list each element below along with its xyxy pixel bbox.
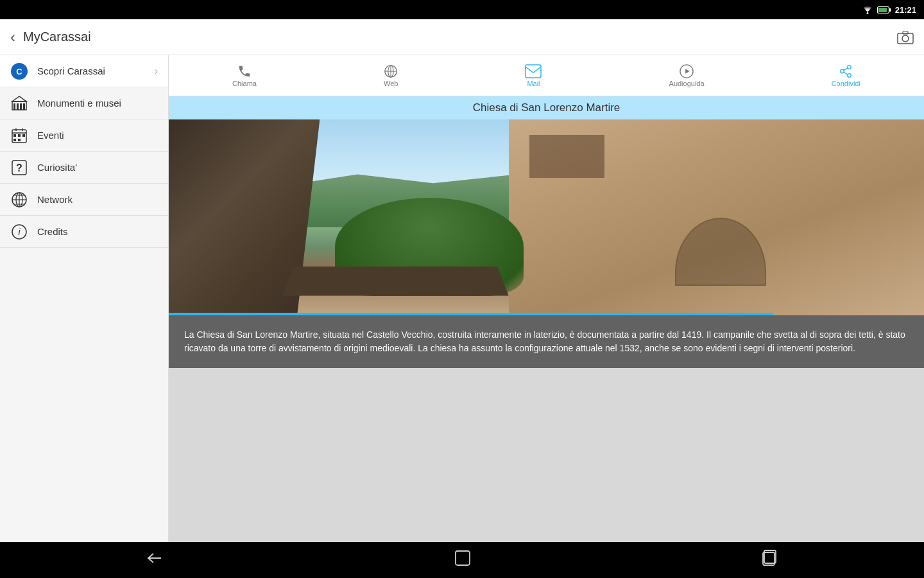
phone-icon — [237, 64, 252, 78]
main-content: Chiama Web Mail — [169, 55, 924, 542]
photo-area — [169, 119, 924, 315]
content-section: Chiesa di San Lorenzo Martire — [169, 96, 924, 542]
sidebar-item-eventi[interactable]: Eventi — [0, 119, 168, 152]
toolbar-label-web: Web — [384, 80, 398, 87]
svg-marker-40 — [685, 69, 689, 73]
camera-icon[interactable] — [897, 30, 914, 44]
building-arch — [675, 218, 766, 286]
museum-icon — [10, 94, 28, 112]
carassai-logo-icon: C — [10, 62, 28, 80]
battery-icon — [877, 6, 891, 14]
content-title: Chiesa di San Lorenzo Martire — [473, 101, 620, 114]
sidebar-item-credits[interactable]: i Credits — [0, 216, 168, 248]
content-row: C Scopri Carassai › — [0, 55, 924, 542]
toolbar-action-web[interactable]: Web — [371, 59, 411, 92]
globe-icon — [384, 64, 398, 78]
toolbar-action-condividi[interactable]: Condividi — [819, 59, 873, 92]
status-icons: 21:21 — [862, 5, 916, 15]
toolbar-label-condividi: Condividi — [832, 80, 860, 87]
svg-point-43 — [848, 73, 851, 77]
svg-rect-19 — [13, 134, 16, 137]
wifi-icon — [862, 5, 873, 14]
svg-rect-22 — [13, 139, 16, 141]
description-box: La Chiesa di San Lorenzo Martire, situat… — [169, 315, 924, 368]
shutters — [529, 135, 604, 178]
photo-progress — [169, 313, 773, 315]
status-bar: 21:21 — [0, 0, 924, 19]
svg-point-0 — [866, 12, 868, 14]
sidebar-item-curiosita[interactable]: ? Curiosita' — [0, 152, 168, 184]
sidebar-item-monumenti[interactable]: Monumenti e musei — [0, 87, 168, 119]
svg-rect-10 — [13, 103, 15, 110]
toolbar-label-chiama: Chiama — [232, 80, 257, 87]
sidebar-item-label-curiosita: Curiosita' — [37, 162, 158, 173]
svg-rect-38 — [526, 65, 541, 78]
toolbar-label-mail: Mail — [527, 80, 540, 87]
rest-area — [169, 368, 924, 542]
svg-rect-12 — [20, 103, 22, 110]
play-icon — [680, 64, 694, 78]
app-title: MyCarassai — [23, 30, 897, 44]
svg-line-45 — [844, 67, 848, 70]
share-icon — [839, 64, 853, 78]
svg-text:C: C — [16, 67, 22, 76]
app-container: ‹ MyCarassai C Scopri Carassai › — [0, 19, 924, 542]
bottom-nav — [0, 542, 924, 578]
svg-rect-21 — [22, 134, 25, 137]
sidebar-item-label-network: Network — [37, 194, 158, 205]
svg-rect-3 — [878, 8, 887, 12]
right-building — [509, 119, 924, 315]
svg-text:?: ? — [16, 162, 22, 173]
mail-icon — [525, 64, 542, 78]
sidebar-item-label-credits: Credits — [37, 226, 158, 237]
toolbar-label-audioguida: Audioguida — [669, 80, 705, 87]
network-icon — [10, 191, 28, 209]
sidebar-item-arrow-scopri: › — [155, 66, 158, 77]
nav-back-button[interactable] — [133, 546, 176, 574]
calendar-icon — [10, 127, 28, 144]
toolbar-action-mail[interactable]: Mail — [512, 59, 554, 92]
toolbar-action-audioguida[interactable]: Audioguida — [656, 59, 717, 92]
app-header: ‹ MyCarassai — [0, 19, 924, 55]
description-text: La Chiesa di San Lorenzo Martire, situat… — [184, 328, 909, 355]
toolbar-action-chiama[interactable]: Chiama — [219, 59, 270, 92]
svg-point-5 — [902, 35, 909, 42]
action-toolbar: Chiama Web Mail — [169, 55, 924, 96]
svg-marker-14 — [12, 96, 26, 101]
sidebar-item-scopri[interactable]: C Scopri Carassai › — [0, 55, 168, 87]
sidebar-item-label-scopri: Scopri Carassai — [37, 66, 146, 76]
svg-point-42 — [841, 69, 844, 73]
sidebar-item-label-eventi: Eventi — [37, 130, 158, 141]
nav-home-button[interactable] — [441, 545, 484, 575]
svg-rect-20 — [18, 134, 21, 137]
sidebar: C Scopri Carassai › — [0, 55, 169, 542]
svg-line-44 — [844, 72, 848, 74]
back-button[interactable]: ‹ — [10, 28, 15, 46]
info-icon: i — [10, 223, 28, 241]
photo-scene — [169, 119, 924, 315]
svg-point-41 — [848, 65, 851, 69]
svg-rect-6 — [903, 31, 908, 34]
rooftop — [282, 267, 509, 296]
svg-rect-2 — [889, 8, 891, 12]
content-title-bar: Chiesa di San Lorenzo Martire — [169, 96, 924, 119]
svg-rect-13 — [23, 103, 25, 110]
status-time: 21:21 — [895, 5, 916, 15]
sidebar-item-network[interactable]: Network — [0, 184, 168, 216]
nav-recent-button[interactable] — [749, 545, 791, 575]
svg-rect-23 — [18, 139, 21, 141]
svg-rect-47 — [456, 551, 470, 565]
svg-rect-11 — [17, 103, 19, 110]
sidebar-item-label-monumenti: Monumenti e musei — [37, 98, 158, 109]
svg-text:i: i — [18, 227, 21, 237]
question-icon: ? — [10, 159, 28, 177]
